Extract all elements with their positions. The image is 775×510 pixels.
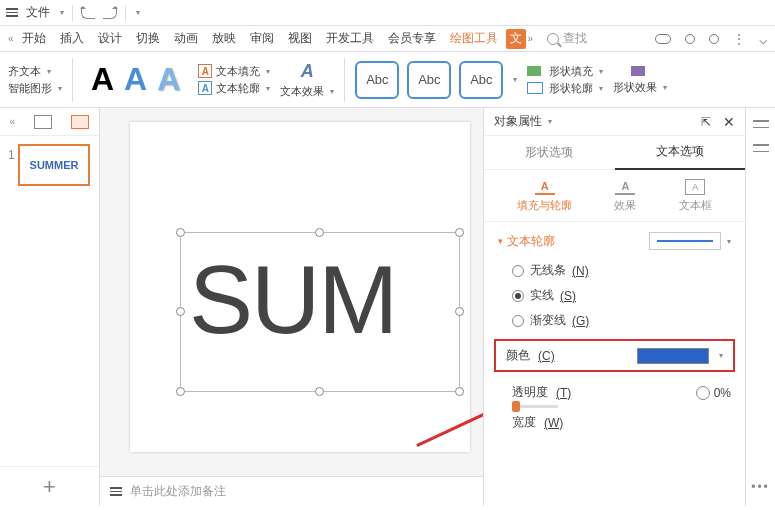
tab-devtools[interactable]: 开发工具 [320, 26, 380, 51]
search-box[interactable]: 查找 [547, 30, 587, 47]
notes-icon [110, 487, 122, 496]
caret-down-icon: ▾ [60, 8, 64, 17]
file-menu[interactable]: 文件 [26, 4, 50, 21]
resize-handle[interactable] [315, 387, 324, 396]
radio-no-line[interactable]: 无线条(N) [498, 258, 731, 283]
subtab-textbox[interactable]: A 文本框 [679, 179, 712, 213]
transparency-label: 透明度 [512, 384, 548, 401]
selected-textbox[interactable]: SUM [180, 232, 460, 392]
outline-view-icon[interactable] [34, 115, 52, 129]
outline-preview[interactable] [649, 232, 721, 250]
radio-solid-line[interactable]: 实线(S) [498, 283, 731, 308]
text-outline-button[interactable]: A文本轮廓▾ [198, 81, 270, 96]
triangle-down-icon: ▾ [498, 236, 503, 246]
slide-thumbnail-1[interactable]: 1 SUMMER [18, 144, 90, 186]
slide-preview-text: SUMMER [30, 159, 79, 171]
sliders-icon[interactable] [753, 118, 769, 130]
resize-handle[interactable] [176, 387, 185, 396]
tab-shape-options[interactable]: 形状选项 [484, 136, 615, 169]
radio-icon [512, 265, 524, 277]
transparency-value: 0% [714, 386, 731, 400]
align-text-button[interactable]: 齐文本▾ [8, 64, 62, 79]
tab-start[interactable]: 开始 [16, 26, 52, 51]
wordart-style-1[interactable]: A [91, 61, 114, 98]
chevron-right-icon[interactable]: » [528, 33, 534, 44]
caret-down-icon[interactable]: ▾ [719, 351, 723, 360]
section-text-outline[interactable]: ▾ 文本轮廓 ▾ [498, 232, 731, 250]
search-icon [547, 33, 559, 45]
resize-handle[interactable] [455, 307, 464, 316]
tab-design[interactable]: 设计 [92, 26, 128, 51]
more-icon[interactable]: ••• [751, 480, 770, 494]
tab-member[interactable]: 会员专享 [382, 26, 442, 51]
menu-icon[interactable] [6, 8, 18, 17]
shape-effect-button[interactable]: 形状效果▾ [613, 80, 667, 95]
resize-handle[interactable] [455, 387, 464, 396]
wordart-style-2[interactable]: A [124, 61, 147, 98]
smart-graphic-button[interactable]: 智能图形▾ [8, 81, 62, 96]
shape-fill-button[interactable]: 形状填充▾ [527, 64, 603, 79]
textbox-content[interactable]: SUM [181, 233, 459, 355]
shape-outline-button[interactable]: 形状轮廓▾ [527, 81, 603, 96]
wordart-style-3[interactable]: A [157, 61, 180, 98]
tab-drawing-tools[interactable]: 绘图工具 [444, 26, 504, 51]
tab-insert[interactable]: 插入 [54, 26, 90, 51]
tab-slideshow[interactable]: 放映 [206, 26, 242, 51]
tab-transition[interactable]: 切换 [130, 26, 166, 51]
collapse-ribbon-icon[interactable]: ⌵ [759, 31, 767, 47]
transparency-slider[interactable] [512, 405, 558, 408]
chevron-left-icon[interactable]: « [8, 33, 14, 44]
undo-icon[interactable] [81, 7, 95, 19]
resize-handle[interactable] [176, 307, 185, 316]
pin-icon[interactable]: ⇱ [701, 115, 711, 129]
slide-canvas[interactable]: SUM [130, 122, 470, 452]
shape-style-1[interactable]: Abc [355, 61, 399, 99]
text-fill-icon: A [198, 64, 212, 78]
shape-style-2[interactable]: Abc [407, 61, 451, 99]
tab-review[interactable]: 审阅 [244, 26, 280, 51]
radio-icon [512, 290, 524, 302]
shape-effect-icon [631, 64, 649, 78]
caret-down-icon[interactable]: ▾ [548, 117, 552, 126]
slide-number: 1 [8, 148, 15, 162]
color-label: 颜色 [506, 347, 530, 364]
thumbnail-view-icon[interactable] [71, 115, 89, 129]
text-tool-icon[interactable]: 文 [506, 29, 526, 49]
tab-view[interactable]: 视图 [282, 26, 318, 51]
text-fill-button[interactable]: A文本填充▾ [198, 64, 270, 79]
color-picker[interactable] [637, 348, 709, 364]
cloud-icon[interactable] [655, 34, 671, 44]
subtab-fill-outline[interactable]: A 填充与轮廓 [517, 179, 572, 213]
redo-icon[interactable] [103, 7, 117, 19]
add-slide-button[interactable]: + [0, 466, 99, 506]
tab-animation[interactable]: 动画 [168, 26, 204, 51]
textbox-icon: A [685, 179, 705, 195]
shape-style-3[interactable]: Abc [459, 61, 503, 99]
close-icon[interactable]: ✕ [723, 114, 735, 130]
shape-fill-icon [527, 64, 545, 78]
share-icon[interactable] [709, 34, 719, 44]
subtab-effect[interactable]: A 效果 [614, 179, 636, 213]
more-icon[interactable]: ⋮ [733, 32, 745, 46]
panel-title: 对象属性 [494, 113, 542, 130]
tab-text-options[interactable]: 文本选项 [615, 135, 746, 170]
shape-outline-icon [527, 81, 545, 95]
shape-gallery-more-icon[interactable]: ▾ [513, 75, 517, 84]
fill-outline-icon: A [535, 179, 555, 195]
search-placeholder: 查找 [563, 30, 587, 47]
wordart-gallery[interactable]: A A A [83, 61, 188, 98]
notes-placeholder[interactable]: 单击此处添加备注 [130, 483, 226, 500]
radio-gradient-line[interactable]: 渐变线(G) [498, 308, 731, 333]
width-label: 宽度 [512, 414, 536, 431]
transparency-dial-icon[interactable] [696, 386, 710, 400]
text-effect-icon: A [301, 61, 314, 82]
resize-handle[interactable] [455, 228, 464, 237]
caret-down-icon[interactable]: ▾ [136, 8, 140, 17]
user-icon[interactable] [685, 34, 695, 44]
text-effect-button[interactable]: 文本效果▾ [280, 84, 334, 99]
sliders-icon[interactable] [753, 142, 769, 154]
resize-handle[interactable] [176, 228, 185, 237]
chevron-left-icon[interactable]: « [10, 116, 16, 127]
radio-icon [512, 315, 524, 327]
resize-handle[interactable] [315, 228, 324, 237]
